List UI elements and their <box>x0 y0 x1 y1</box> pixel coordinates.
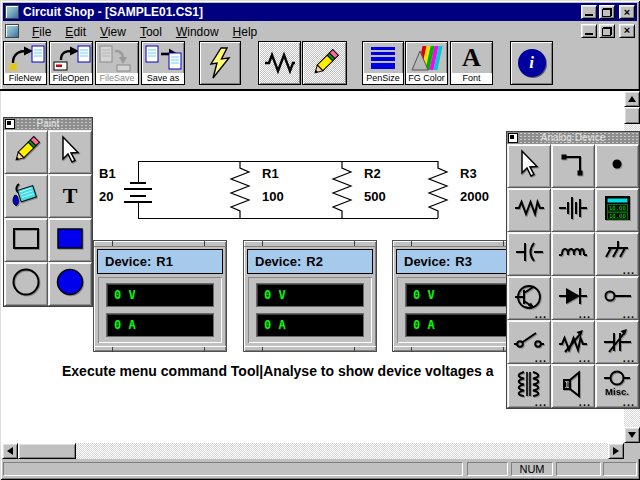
menu-bar: FileEditViewToolWindowHelp × <box>3 21 637 40</box>
paint-mode-button[interactable] <box>302 41 347 85</box>
paint-tool-ellipse-outline[interactable] <box>4 262 48 306</box>
paint-tool-ellipse-filled[interactable] <box>48 262 92 306</box>
circuit-mode-button[interactable] <box>258 41 301 85</box>
select-arrow-icon <box>54 134 86 170</box>
lightning-icon <box>200 42 240 84</box>
meter-icon: 10.00 10.00 <box>601 192 633 228</box>
analog-tool-speaker[interactable]: ... <box>551 364 595 408</box>
device-panel-body: 0 V0 A <box>98 277 222 343</box>
analog-tool-battery[interactable] <box>551 188 595 232</box>
font-button[interactable]: AFont <box>450 41 493 85</box>
menu-item-tool[interactable]: Tool <box>133 24 169 40</box>
paint-tool-fill[interactable] <box>4 174 48 218</box>
analog-tool-wire[interactable] <box>551 144 595 188</box>
more-options-indicator: ... <box>535 352 547 364</box>
analog-tool-variable-resistor[interactable]: ... <box>551 320 595 364</box>
menu-item-help[interactable]: Help <box>226 24 265 40</box>
pencil-icon <box>10 134 42 170</box>
current-display: 0 A <box>256 313 364 337</box>
panel-frame-bottom <box>94 346 226 352</box>
ellipse-filled-icon <box>54 266 86 302</box>
analog-tool-meter[interactable]: 10.00 10.00 <box>595 188 639 232</box>
more-options-indicator: ... <box>535 308 547 320</box>
select-arrow-icon <box>513 148 545 184</box>
palette-menu-button[interactable] <box>5 119 15 129</box>
analog-tool-misc[interactable]: Misc.... <box>595 364 639 408</box>
panel-frame-bottom <box>244 346 376 352</box>
vertical-scroll-thumb[interactable] <box>624 107 640 124</box>
scroll-up-button[interactable] <box>624 91 640 107</box>
palette-menu-button[interactable] <box>508 133 518 143</box>
menu-item-window[interactable]: Window <box>169 24 226 40</box>
analog-tool-variable-capacitor[interactable]: ... <box>595 320 639 364</box>
app-icon[interactable] <box>5 5 19 19</box>
file-open-button[interactable]: FileOpen <box>49 41 93 85</box>
paint-tool-pencil[interactable] <box>4 130 48 174</box>
resistor-value: 500 <box>364 189 386 204</box>
status-indicator-panel <box>556 462 601 476</box>
menu-item-file[interactable]: File <box>25 24 58 40</box>
horizontal-scroll-track[interactable] <box>18 443 608 459</box>
window-minimize-button[interactable] <box>581 5 597 19</box>
file-new-label: FileNew <box>4 73 46 84</box>
fill-bucket-icon <box>10 178 42 214</box>
scroll-down-button[interactable] <box>624 427 640 443</box>
fg-color-button[interactable]: FG Color <box>405 41 448 85</box>
horizontal-scroll-thumb[interactable] <box>18 443 76 459</box>
window-close-button[interactable]: × <box>619 5 635 19</box>
paint-palette-titlebar[interactable]: Paint <box>4 118 92 130</box>
analyse-button[interactable] <box>199 41 241 85</box>
analog-tool-diode[interactable]: ... <box>551 276 595 320</box>
about-button[interactable]: i <box>510 41 553 85</box>
analog-tool-ground[interactable]: ... <box>595 232 639 276</box>
resistor-icon <box>513 192 545 228</box>
save-as-button[interactable]: Save as <box>141 41 185 85</box>
document-close-button[interactable]: × <box>619 24 635 38</box>
analog-tool-resistor[interactable] <box>507 188 551 232</box>
device-panel-R2[interactable]: Device:R20 V0 A <box>243 240 377 352</box>
analog-palette-titlebar[interactable]: Analog Device <box>507 132 639 144</box>
analog-device-palette: Analog Device 10.00 10.00 ... ......... … <box>506 131 640 409</box>
document-restore-button[interactable] <box>599 24 615 38</box>
status-indicator-panel <box>603 462 637 476</box>
resistor-h-icon <box>259 42 300 84</box>
analog-tool-switch[interactable]: ... <box>507 320 551 364</box>
scrollbar-corner <box>624 443 640 459</box>
svg-text:10.00: 10.00 <box>609 213 626 219</box>
scroll-right-button[interactable] <box>608 443 624 459</box>
analog-tool-inductor[interactable] <box>551 232 595 276</box>
capacitor-icon <box>513 236 545 272</box>
battery-label: B1 <box>99 166 116 181</box>
inductor-icon <box>557 236 589 272</box>
analog-tool-terminal[interactable]: ... <box>595 276 639 320</box>
paint-tool-rectangle-outline[interactable] <box>4 218 48 262</box>
font-icon: A <box>451 42 492 73</box>
menu-item-edit[interactable]: Edit <box>58 24 93 40</box>
device-panel-R1[interactable]: Device:R10 V0 A <box>93 240 227 352</box>
analog-tool-select[interactable] <box>507 144 551 188</box>
resistor-label: R2 <box>364 166 381 181</box>
pen-size-button[interactable]: PenSize <box>362 41 404 85</box>
menu-item-view[interactable]: View <box>93 24 133 40</box>
analog-tool-transformer[interactable]: ... <box>507 364 551 408</box>
voltage-display: 0 V <box>106 283 214 307</box>
window-restore-button[interactable] <box>599 5 615 19</box>
resistor-value: 2000 <box>460 189 489 204</box>
paint-tool-select[interactable] <box>48 130 92 174</box>
paint-tool-text[interactable]: T <box>48 174 92 218</box>
file-new-button[interactable]: FileNew <box>3 41 47 85</box>
canvas-message: Execute menu command Tool|Analyse to sho… <box>62 363 494 379</box>
horizontal-scrollbar[interactable] <box>2 443 624 459</box>
voltage-display: 0 V <box>405 283 513 307</box>
analog-tool-capacitor[interactable] <box>507 232 551 276</box>
analog-tool-junction[interactable] <box>595 144 639 188</box>
panel-frame-top <box>244 241 376 247</box>
rect-outline-icon <box>10 222 42 258</box>
analog-tool-transistor[interactable]: ... <box>507 276 551 320</box>
document-icon[interactable] <box>5 24 19 38</box>
current-display: 0 A <box>106 313 214 337</box>
scroll-left-button[interactable] <box>2 443 18 459</box>
device-panel-device-name: R1 <box>156 254 173 269</box>
paint-tool-rectangle-filled[interactable] <box>48 218 92 262</box>
document-minimize-button[interactable] <box>581 24 597 38</box>
